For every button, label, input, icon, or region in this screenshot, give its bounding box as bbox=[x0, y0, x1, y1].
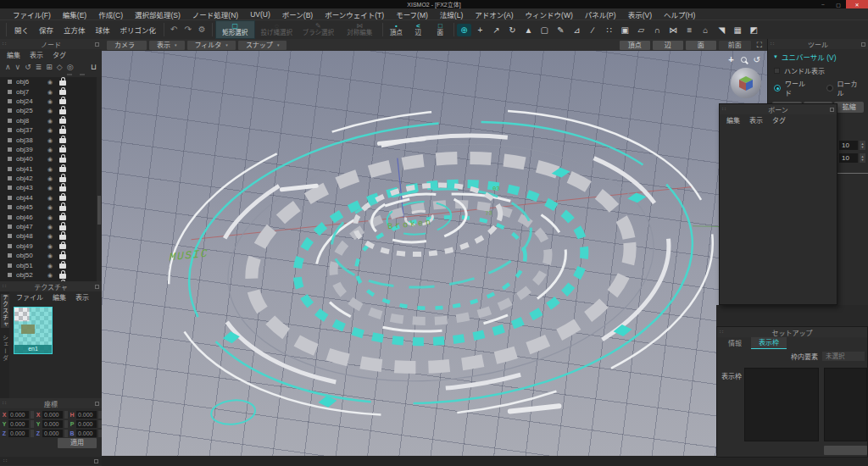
maximize-button[interactable]: ▢ bbox=[831, 0, 846, 8]
visibility-eye-icon[interactable]: ◉ bbox=[47, 252, 53, 258]
front-view-button[interactable]: 前面 bbox=[719, 41, 751, 50]
menu-item[interactable]: 選択部処理(S) bbox=[129, 9, 186, 19]
element-mode-button[interactable]: • 頂点 bbox=[386, 20, 407, 39]
lock-icon[interactable] bbox=[59, 225, 66, 230]
coordinate-stepper[interactable] bbox=[98, 430, 102, 437]
visibility-eye-icon[interactable]: ◉ bbox=[47, 233, 53, 239]
menu-item[interactable]: 編集(E) bbox=[57, 9, 92, 19]
coordinate-stepper[interactable] bbox=[64, 411, 68, 419]
node-row[interactable]: obj50 ◉ bbox=[0, 251, 97, 260]
visibility-eye-icon[interactable]: ◉ bbox=[47, 108, 53, 114]
handle-display-checkbox[interactable] bbox=[774, 68, 780, 74]
lock-icon[interactable] bbox=[59, 80, 66, 86]
visibility-eye-icon[interactable]: ◉ bbox=[47, 224, 53, 230]
node-row[interactable]: obj39 ◉ bbox=[0, 145, 97, 154]
viewport-mode-button[interactable]: 頂点 bbox=[620, 41, 650, 50]
visibility-eye-icon[interactable]: ◉ bbox=[47, 137, 53, 143]
menu-item[interactable]: モーフ(M) bbox=[390, 9, 434, 19]
x-spin-input[interactable]: 10 bbox=[839, 141, 858, 150]
visibility-eye-icon[interactable]: ◉ bbox=[47, 166, 53, 172]
collapsed-panel-header[interactable]: ∷ bbox=[0, 457, 102, 465]
viewport-menu-button[interactable]: 表示▾ bbox=[149, 41, 185, 50]
node-row[interactable]: obj41 ◉ bbox=[0, 164, 97, 174]
menu-item[interactable]: ウィンドウ(W) bbox=[520, 9, 579, 19]
node-row[interactable]: obj40 ◉ bbox=[0, 154, 97, 164]
coordinate-field[interactable]: 0.000 bbox=[8, 420, 29, 428]
node-row[interactable]: obj6 ◉ bbox=[0, 77, 97, 86]
move-down-icon[interactable]: ∨ bbox=[15, 63, 21, 71]
move-up-icon[interactable]: ∧ bbox=[5, 63, 11, 71]
menu-item[interactable]: ノード処理(N) bbox=[186, 9, 244, 19]
y-spin-input[interactable]: 10 bbox=[839, 153, 858, 163]
drag-handle-icon[interactable]: ∷ bbox=[3, 41, 7, 47]
lock-icon[interactable] bbox=[59, 254, 66, 259]
coordinate-stepper[interactable] bbox=[64, 430, 68, 437]
visibility-eye-icon[interactable]: ◉ bbox=[47, 272, 53, 278]
visibility-eye-icon[interactable]: ◉ bbox=[47, 79, 53, 85]
bone-link-icon[interactable]: ◇ bbox=[57, 63, 63, 71]
visibility-eye-icon[interactable]: ◉ bbox=[47, 195, 53, 201]
coordinate-stepper[interactable] bbox=[31, 430, 34, 437]
lock-icon[interactable] bbox=[59, 129, 66, 134]
panel-dock-icon[interactable] bbox=[861, 42, 865, 47]
node-row[interactable]: obj52 ◉ bbox=[0, 270, 97, 280]
bone-panel-tab[interactable]: タグ bbox=[772, 115, 786, 125]
texture-side-tab[interactable]: テクスチャ bbox=[1, 294, 9, 328]
lock-icon[interactable] bbox=[59, 196, 66, 201]
coordinate-stepper[interactable] bbox=[64, 420, 68, 428]
coordinate-field[interactable]: 0.000 bbox=[76, 411, 97, 419]
viewport-mode-button[interactable]: 面 bbox=[686, 41, 716, 50]
pan-icon[interactable]: + bbox=[728, 55, 733, 64]
node-row[interactable]: obj48 ◉ bbox=[0, 231, 97, 241]
setup-action-button[interactable] bbox=[824, 446, 867, 455]
lock-icon[interactable] bbox=[59, 215, 66, 220]
node-row[interactable]: obj38 ◉ bbox=[0, 135, 97, 144]
menu-item[interactable]: ボーンウェイト(T) bbox=[319, 9, 390, 19]
lock-icon[interactable] bbox=[59, 138, 66, 143]
drag-handle-icon[interactable]: ∷ bbox=[3, 400, 7, 407]
menu-item[interactable]: アドオン(A) bbox=[469, 9, 519, 19]
toolbar-text-button[interactable]: 立方体 bbox=[58, 23, 91, 36]
node-row[interactable]: obj37 ◉ bbox=[0, 125, 97, 135]
lock-icon[interactable] bbox=[59, 186, 66, 191]
lock-icon[interactable] bbox=[59, 119, 66, 124]
redo-icon[interactable]: ↷ bbox=[181, 25, 194, 34]
coordinate-field[interactable]: 0.000 bbox=[8, 411, 29, 419]
drag-handle-icon[interactable]: ∷ bbox=[3, 283, 7, 290]
node-panel-tab[interactable]: タグ bbox=[53, 50, 66, 59]
drag-handle-icon[interactable]: ∷ bbox=[771, 41, 775, 47]
node-row[interactable]: obj46 ◉ bbox=[0, 212, 97, 221]
panel-dock-icon[interactable] bbox=[830, 108, 834, 112]
toolbar-text-button[interactable]: 開く bbox=[9, 23, 34, 36]
zoom-icon[interactable] bbox=[741, 57, 747, 63]
tab-info[interactable]: 情報 bbox=[721, 336, 749, 349]
visibility-eye-icon[interactable]: ◉ bbox=[47, 204, 53, 210]
menu-item[interactable]: 作成(C) bbox=[92, 9, 129, 19]
drag-handle-icon[interactable]: ∷ bbox=[720, 329, 724, 336]
texture-panel-tab[interactable]: 表示 bbox=[75, 292, 89, 302]
visibility-eye-icon[interactable]: ◉ bbox=[47, 175, 53, 181]
menu-item[interactable]: 法線(L) bbox=[434, 9, 469, 19]
coordinate-stepper[interactable] bbox=[98, 420, 102, 428]
viewport-menu-button[interactable]: カメラ bbox=[107, 41, 147, 50]
visibility-eye-icon[interactable]: ◉ bbox=[47, 89, 53, 95]
lock-icon[interactable] bbox=[59, 235, 66, 240]
node-row[interactable]: obj24 ◉ bbox=[0, 97, 97, 106]
element-mode-button[interactable]: □ 面 bbox=[430, 20, 451, 39]
coordinate-field[interactable]: 0.000 bbox=[42, 411, 63, 419]
visibility-eye-icon[interactable]: ◉ bbox=[47, 127, 53, 133]
menu-item[interactable]: ヘルプ(H) bbox=[658, 9, 701, 19]
hierarchy-icon[interactable]: ≣ bbox=[36, 63, 42, 71]
texture-thumbnail[interactable]: en1 bbox=[14, 307, 53, 354]
world-radio[interactable] bbox=[774, 85, 781, 92]
node-row[interactable]: obj49 ◉ bbox=[0, 241, 97, 251]
axis-gizmo[interactable] bbox=[731, 68, 761, 98]
frame-contents-list[interactable] bbox=[824, 368, 867, 441]
node-row[interactable]: obj7 ◉ bbox=[0, 86, 97, 96]
toolbar-text-button[interactable]: 球体 bbox=[91, 23, 115, 36]
transform-button[interactable]: 拡縮 bbox=[834, 102, 864, 113]
lock-icon[interactable] bbox=[59, 99, 66, 104]
apply-button[interactable]: 適用 bbox=[58, 438, 97, 448]
coordinate-field[interactable]: 0.000 bbox=[42, 430, 63, 437]
node-panel-tab[interactable]: 編集 bbox=[7, 50, 20, 59]
